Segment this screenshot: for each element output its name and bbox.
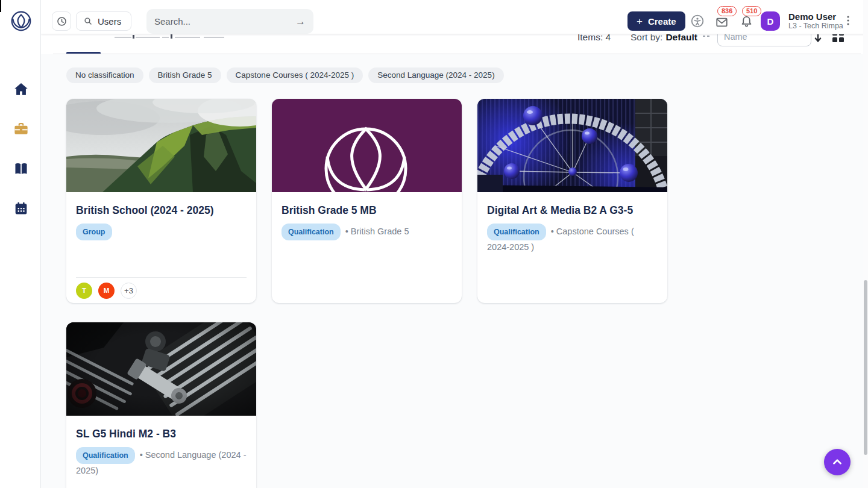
chip-capstone-courses[interactable]: Capstone Courses ( 2024-2025 ) [227, 67, 363, 83]
member-avatar[interactable]: T [76, 283, 92, 299]
card-type-badge: Group [76, 224, 112, 240]
card-type-badge: Qualification [281, 224, 341, 240]
chip-no-classification[interactable]: No classification [66, 67, 143, 83]
notifications-button[interactable] [740, 14, 753, 31]
user-role: L3 - Tech Rimpa [788, 22, 843, 31]
sidebar-item-calendar[interactable] [13, 200, 29, 216]
search-input[interactable] [154, 16, 295, 27]
course-card[interactable]: British Grade 5 MB Qualification•British… [272, 99, 462, 303]
search-scope-selector[interactable]: Users [76, 11, 131, 31]
sidebar-item-courses[interactable] [13, 120, 29, 137]
page-scrollbar-thumb[interactable] [864, 280, 867, 455]
course-card[interactable]: British School (2024 - 2025) Group T M +… [66, 99, 256, 303]
sidebar [0, 0, 41, 488]
card-classification: British Grade 5 [351, 227, 409, 236]
card-title: British Grade 5 MB [281, 203, 452, 217]
card-banner-image [66, 322, 256, 416]
sort-value: Default [665, 34, 697, 42]
card-banner-image [66, 99, 256, 192]
chevron-up-icon [831, 455, 844, 469]
sidebar-item-home[interactable] [13, 81, 29, 97]
separator-dot: • [345, 227, 348, 236]
tab-toolbar-strip: Items: 4 Sort by:Default [41, 34, 863, 54]
card-type-badge: Qualification [76, 447, 135, 464]
chip-british-grade-5[interactable]: British Grade 5 [149, 67, 221, 83]
card-title: Digital Art & Media B2 A G3-5 [487, 203, 658, 217]
card-members-footer: T M +3 [76, 277, 247, 303]
card-banner-image [477, 99, 667, 192]
bell-icon [740, 14, 753, 28]
search-scope-label: Users [98, 16, 121, 27]
page-scrollbar-track [863, 0, 868, 488]
accessibility-icon [690, 14, 705, 28]
sort-caret-mark [703, 36, 705, 37]
scroll-to-top-button[interactable] [824, 449, 851, 475]
open-book-icon [13, 161, 29, 177]
sort-direction-button[interactable] [814, 34, 822, 46]
classification-filter-chips: No classification British Grade 5 Capsto… [66, 67, 504, 83]
messages-button[interactable] [714, 16, 729, 31]
mail-count-badge: 836 [717, 6, 737, 16]
window-edge-artifact [0, 0, 1, 12]
create-button-label: Create [648, 16, 676, 27]
kebab-menu-icon [846, 15, 850, 27]
course-card[interactable]: SL G5 Hindi M2 - B3 Qualification•Second… [66, 322, 256, 488]
search-submit-arrow-icon[interactable]: → [295, 16, 306, 27]
top-header: Users → + Create 836 510 D Demo User L3 … [41, 0, 868, 34]
clock-icon [56, 16, 68, 27]
user-info[interactable]: Demo User L3 - Tech Rimpa [788, 11, 843, 31]
strip-divider [53, 54, 861, 54]
calendar-icon [13, 201, 29, 216]
card-type-badge: Qualification [487, 224, 546, 240]
card-title: SL G5 Hindi M2 - B3 [76, 427, 247, 441]
grid-view-button[interactable] [832, 34, 844, 42]
separator-dot: • [551, 227, 554, 236]
chip-second-language[interactable]: Second Language (2024 - 2025) [368, 67, 503, 83]
user-name: Demo User [788, 11, 843, 22]
history-clock-button[interactable] [52, 11, 71, 31]
search-icon [83, 16, 93, 26]
sort-caret-mark [707, 36, 709, 37]
create-button[interactable]: + Create [627, 11, 685, 31]
app-logo-lotus-icon[interactable] [10, 10, 32, 32]
user-avatar[interactable]: D [761, 11, 780, 31]
course-card[interactable]: Digital Art & Media B2 A G3-5 Qualificat… [477, 99, 667, 303]
items-count-label: Items: 4 [577, 34, 611, 43]
name-filter-input[interactable] [717, 34, 811, 46]
briefcase-icon [13, 121, 29, 137]
separator-dot: • [140, 450, 143, 460]
accessibility-button[interactable] [690, 14, 705, 31]
search-bar: → [146, 9, 313, 34]
notification-count-badge: 510 [742, 6, 761, 16]
mail-icon [714, 16, 729, 29]
arrow-down-icon [814, 34, 822, 44]
home-icon [13, 81, 29, 97]
sort-by-control[interactable]: Sort by:Default [631, 34, 697, 43]
card-banner-lotus-placeholder [272, 99, 462, 192]
header-overflow-menu-button[interactable] [846, 15, 851, 30]
more-members-avatar[interactable]: +3 [121, 283, 137, 299]
member-avatar[interactable]: M [98, 283, 115, 299]
plus-icon: + [637, 16, 643, 27]
card-title: British School (2024 - 2025) [76, 203, 247, 217]
sidebar-item-library[interactable] [13, 160, 29, 177]
